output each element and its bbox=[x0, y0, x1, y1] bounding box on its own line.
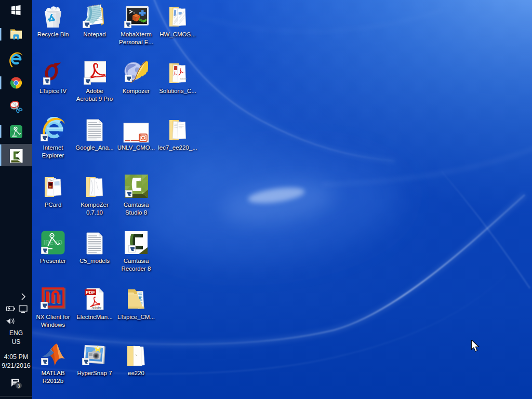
svg-text:3: 3 bbox=[17, 383, 20, 389]
svg-text:ENG: ENG bbox=[9, 329, 23, 337]
svg-text:IPEVO: IPEVO bbox=[44, 239, 63, 246]
svg-text:4:05 PM: 4:05 PM bbox=[4, 353, 29, 361]
svg-text:US: US bbox=[12, 338, 21, 345]
svg-text:Adobe: Adobe bbox=[180, 77, 187, 80]
svg-text:9/21/2016: 9/21/2016 bbox=[2, 362, 31, 369]
svg-text:PDF: PDF bbox=[86, 290, 96, 295]
svg-text:Adobe: Adobe bbox=[91, 305, 101, 310]
